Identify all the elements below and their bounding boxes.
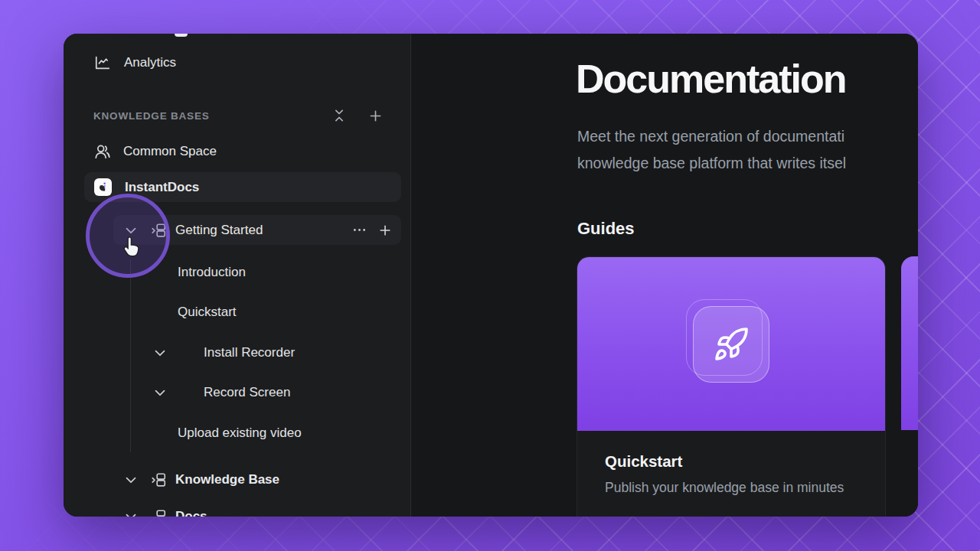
sidebar-item-label: Analytics — [124, 55, 176, 70]
desktop-background: Analytics KNOWLEDGE BASES Common Space — [0, 0, 980, 551]
sidebar-item-analytics[interactable]: Analytics — [94, 52, 176, 73]
collapse-all-button[interactable] — [330, 106, 348, 125]
page-title: Documentation — [576, 56, 845, 102]
sidebar-item-label: Common Space — [123, 144, 217, 159]
sidebar-item-upload-existing-video[interactable]: Upload existing video — [178, 422, 302, 444]
chevron-down-icon[interactable] — [152, 384, 168, 401]
sidebar-item-label: Knowledge Base — [175, 472, 279, 487]
sidebar-item-label: Introduction — [178, 265, 246, 280]
collapse-vertical-icon — [332, 108, 347, 123]
tree-node-icon — [150, 471, 167, 488]
rocket-icon — [713, 326, 750, 363]
sidebar-item-label: InstantDocs — [125, 180, 199, 195]
quickstart-card-media — [577, 257, 885, 431]
card-title: Quickstart — [605, 452, 858, 471]
card-description: Publish your knowledge base in minutes — [605, 478, 846, 498]
guides-heading: Guides — [577, 219, 635, 239]
sidebar-item-label: Getting Started — [175, 223, 263, 238]
sidebar-item-record-screen[interactable]: Record Screen — [152, 382, 290, 403]
main-content: Documentation Meet the next generation o… — [411, 34, 918, 517]
chevron-down-icon[interactable] — [122, 508, 139, 517]
app-window: Analytics KNOWLEDGE BASES Common Space — [64, 34, 918, 517]
chevron-down-icon[interactable] — [152, 344, 168, 361]
sidebar-item-introduction[interactable]: Introduction — [178, 262, 246, 283]
section-header-label: KNOWLEDGE BASES — [93, 110, 210, 122]
next-guide-card-partial[interactable] — [901, 256, 918, 430]
chevron-down-icon[interactable] — [122, 471, 139, 488]
section-header-knowledge-bases: KNOWLEDGE BASES — [93, 107, 210, 124]
sidebar-item-quickstart[interactable]: Quickstart — [178, 302, 237, 323]
row-actions — [351, 222, 393, 238]
ellipsis-icon[interactable] — [351, 222, 368, 238]
sidebar-item-install-recorder[interactable]: Install Recorder — [152, 342, 295, 364]
plus-icon[interactable] — [377, 223, 393, 238]
add-knowledge-base-button[interactable] — [366, 106, 384, 125]
tree-guide-line — [130, 259, 131, 452]
sidebar-item-label: Record Screen — [204, 385, 290, 400]
sidebar-item-knowledge-base[interactable]: Knowledge Base — [122, 469, 279, 491]
sidebar-item-label: Quickstart — [178, 305, 237, 320]
page-intro-line1: Meet the next generation of documentati — [577, 123, 846, 150]
plus-icon — [368, 108, 384, 124]
quickstart-card-body: Quickstart Publish your knowledge base i… — [577, 431, 885, 498]
instantdocs-logo — [94, 178, 112, 196]
sidebar-item-label: Upload existing video — [178, 425, 302, 441]
tree-node-icon — [150, 508, 167, 517]
page-intro-line2: knowledge base platform that writes itse… — [577, 150, 846, 177]
sidebar-item-label: Install Recorder — [204, 345, 295, 360]
hand-pointer-cursor — [120, 235, 143, 261]
quickstart-card[interactable]: Quickstart Publish your knowledge base i… — [577, 256, 886, 517]
users-icon — [94, 143, 111, 160]
clipped-item-fragment — [175, 34, 188, 37]
icon-tile — [693, 306, 769, 383]
sidebar: Analytics KNOWLEDGE BASES Common Space — [64, 34, 410, 517]
sidebar-item-common-space[interactable]: Common Space — [94, 141, 217, 162]
page-intro: Meet the next generation of documentati … — [577, 123, 846, 177]
line-chart-icon — [94, 54, 111, 71]
sidebar-item-label: Docs — [175, 509, 207, 517]
sidebar-item-docs-partial[interactable]: Docs — [122, 506, 207, 517]
